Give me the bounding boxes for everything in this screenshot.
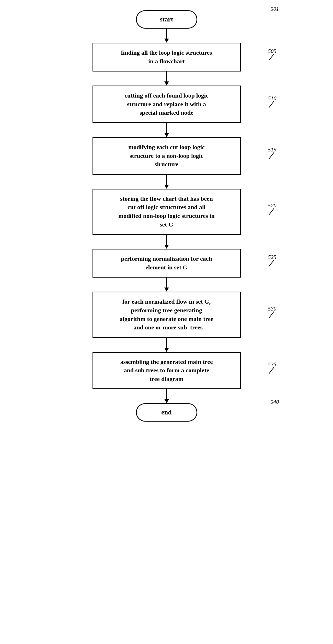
ref-slash-520: 520 (268, 208, 275, 216)
arrow-line (166, 71, 167, 81)
step515-wrapper: modifying each cut loop logicstructure t… (77, 137, 256, 175)
ref-530: 530 (268, 305, 277, 312)
flowchart: start 501 finding all the loop logic str… (77, 10, 256, 422)
slash-icon-505 (268, 53, 275, 61)
step535-label: assembling the generated main treeand su… (120, 359, 213, 382)
arrow-line (166, 175, 167, 185)
slash-535: 535 (268, 367, 275, 374)
ref-slash-510: 510 (268, 101, 275, 108)
slash-520: 520 (268, 208, 275, 216)
slash-icon-510 (268, 101, 275, 108)
slash-icon-525 (268, 259, 275, 267)
ref-520: 520 (268, 202, 277, 209)
arrow-head (164, 185, 169, 189)
arrow-6 (164, 278, 169, 292)
arrow-head (164, 288, 169, 292)
svg-line-2 (269, 152, 274, 159)
ref-slash-530: 530 (268, 311, 275, 319)
step535-node: assembling the generated main treeand su… (93, 352, 241, 389)
svg-line-1 (269, 101, 274, 108)
arrow-5 (164, 235, 169, 249)
step505-node: finding all the loop logic structuresin … (93, 43, 241, 71)
arrow-head (164, 81, 169, 86)
arrow-8 (164, 389, 169, 403)
step520-node: storing the flow chart that has beencut … (93, 189, 241, 235)
arrow-3 (164, 123, 169, 137)
svg-line-3 (269, 208, 274, 215)
ref-535: 535 (268, 361, 277, 368)
slash-icon-520 (268, 208, 275, 216)
ref-501: 501 (271, 6, 279, 12)
step510-node: cutting off each found loop logicstructu… (93, 86, 241, 123)
slash-525: 525 (268, 259, 275, 267)
step510-wrapper: cutting off each found loop logicstructu… (77, 86, 256, 123)
slash-icon-530 (268, 311, 275, 319)
arrow-2 (164, 71, 169, 86)
ref-505: 505 (268, 48, 277, 54)
ref-slash-535: 535 (268, 367, 275, 374)
slash-505: 505 (268, 53, 275, 61)
ref-510: 510 (268, 95, 277, 102)
step510-label: cutting off each found loop logicstructu… (124, 92, 209, 116)
ref-slash-515: 515 (268, 152, 275, 160)
slash-515: 515 (268, 152, 275, 160)
step530-label: for each normalized flow in set G,perfor… (120, 298, 213, 331)
arrow-head (164, 133, 169, 137)
arrow-1 (164, 29, 169, 43)
ref-515: 515 (268, 146, 277, 153)
end-label: end (161, 409, 171, 416)
svg-line-4 (269, 260, 274, 267)
arrow-line (166, 235, 167, 245)
ref-525: 525 (268, 254, 277, 260)
arrow-head (164, 348, 169, 352)
step525-wrapper: performing normalization for eachelement… (77, 249, 256, 278)
step520-wrapper: storing the flow chart that has beencut … (77, 189, 256, 235)
arrow-line (166, 278, 167, 288)
svg-line-6 (269, 367, 274, 374)
step505-label: finding all the loop logic structuresin … (121, 49, 212, 65)
step535-wrapper: assembling the generated main treeand su… (77, 352, 256, 389)
end-node-wrapper: end 540 (77, 403, 256, 422)
step520-label: storing the flow chart that has beencut … (118, 195, 215, 228)
svg-line-0 (269, 54, 274, 61)
start-label: start (160, 16, 173, 23)
arrow-line (166, 389, 167, 399)
arrow-4 (164, 175, 169, 189)
arrow-line (166, 338, 167, 348)
ref-slash-505: 505 (268, 53, 275, 61)
step515-node: modifying each cut loop logicstructure t… (93, 137, 241, 175)
end-node: end (136, 403, 197, 422)
step530-wrapper: for each normalized flow in set G,perfor… (77, 292, 256, 338)
arrow-head (164, 399, 169, 403)
arrow-head (164, 245, 169, 249)
start-node: start (136, 10, 197, 29)
step525-node: performing normalization for eachelement… (93, 249, 241, 278)
arrow-head (164, 39, 169, 43)
slash-icon-515 (268, 152, 275, 160)
step530-node: for each normalized flow in set G,perfor… (93, 292, 241, 338)
slash-510: 510 (268, 101, 275, 108)
ref-slash-525: 525 (268, 259, 275, 267)
step515-label: modifying each cut loop logicstructure t… (128, 144, 205, 168)
arrow-line (166, 123, 167, 133)
start-node-wrapper: start 501 (77, 10, 256, 29)
arrow-line (166, 29, 167, 39)
step505-wrapper: finding all the loop logic structuresin … (77, 43, 256, 71)
svg-line-5 (269, 312, 274, 318)
step525-label: performing normalization for eachelement… (121, 255, 212, 271)
slash-530: 530 (268, 311, 275, 319)
slash-icon-535 (268, 367, 275, 374)
arrow-7 (164, 338, 169, 352)
ref-540: 540 (271, 399, 279, 405)
